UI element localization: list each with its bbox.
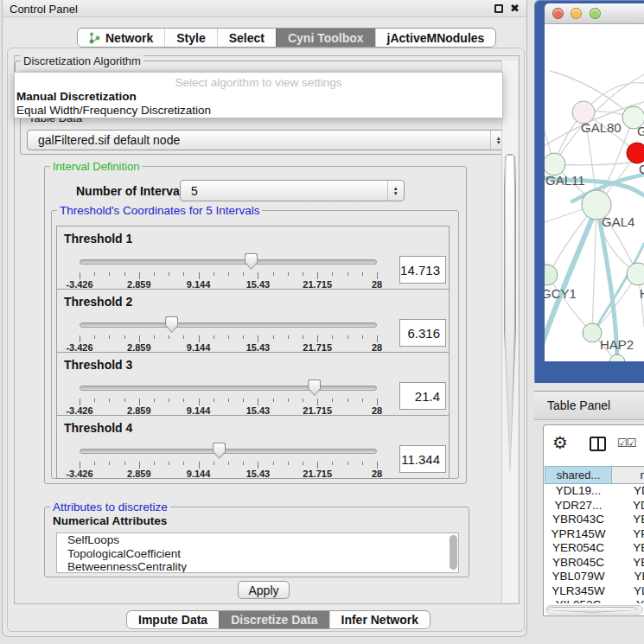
slider-tick — [183, 462, 184, 465]
attributes-group-label: Attributes to discretize — [50, 501, 170, 513]
slider-tick — [124, 272, 125, 276]
attribute-item[interactable]: BetweennessCentrality — [57, 560, 458, 573]
tab-label: Network — [105, 31, 153, 45]
graph-node-label: GCY1 — [545, 286, 577, 301]
threshold-value-input[interactable] — [399, 256, 446, 284]
table-cell[interactable]: YPR1 — [612, 527, 644, 542]
checkbox-icons[interactable]: ☑☑ — [617, 437, 635, 450]
slider-tick — [377, 335, 378, 342]
gear-icon[interactable]: ⚙ — [552, 432, 568, 453]
table-header-row: shared...n... — [545, 466, 644, 484]
table-cell[interactable]: YBR043C — [545, 513, 612, 527]
slider-tick — [228, 399, 229, 402]
table-cell[interactable]: YBR0 — [612, 556, 644, 571]
slider-tick — [362, 462, 363, 465]
table-cell[interactable]: YBL079W — [545, 570, 612, 584]
tab-select[interactable]: Select — [217, 29, 276, 47]
table-cell[interactable]: YDL1 — [612, 484, 644, 499]
table-cell[interactable]: YLR3 — [612, 584, 644, 599]
slider-tick — [124, 335, 125, 339]
slider-tick — [109, 335, 110, 339]
slider-tick-label: 28 — [372, 469, 382, 479]
slider-tick — [214, 462, 214, 465]
tab-style[interactable]: Style — [164, 29, 216, 47]
numerical-attributes-list[interactable]: SelfLoopsTopologicalCoefficientBetweenne… — [56, 532, 459, 573]
slider-thumb[interactable] — [213, 443, 226, 459]
slider-track[interactable] — [80, 449, 377, 454]
minimize-traffic-light[interactable] — [571, 8, 582, 19]
algorithm-option-manual[interactable]: Manual Discretization — [16, 90, 137, 103]
slider-tick — [109, 399, 110, 402]
attribute-item[interactable]: TopologicalCoefficient — [57, 547, 458, 561]
numerical-attributes-label: Numerical Attributes — [53, 514, 167, 527]
table-cell[interactable]: YBR0 — [612, 513, 644, 527]
table-row[interactable]: YBL079WYBL0 — [545, 570, 644, 584]
slider-thumb[interactable] — [245, 253, 258, 270]
bottom-tab-impute-data[interactable]: Impute Data — [127, 611, 219, 628]
main-vertical-scrollbar[interactable] — [501, 61, 518, 603]
slider-tick — [199, 462, 200, 469]
table-row[interactable]: YIL052CYIL0 — [545, 598, 644, 603]
zoom-traffic-light[interactable] — [590, 8, 601, 19]
tab-label: Infer Network — [341, 613, 418, 627]
slider-track[interactable] — [80, 386, 377, 391]
table-row[interactable]: YBR045CYBR0 — [545, 556, 644, 571]
graph-node-right-h[interactable] — [627, 263, 644, 285]
slider-tick-label: 9.144 — [187, 469, 211, 479]
slider-tick — [228, 272, 229, 276]
table-row[interactable]: YPR145WYPR1 — [545, 527, 644, 542]
float-window-icon[interactable] — [494, 4, 503, 13]
table-cell[interactable]: YIL052C — [545, 598, 612, 603]
threshold-value-input[interactable] — [399, 382, 446, 410]
table-row[interactable]: YLR345WYLR3 — [545, 584, 644, 599]
slider-track[interactable] — [80, 322, 377, 328]
table-row[interactable]: YDR27...YDR2 — [545, 499, 644, 513]
attribute-item[interactable]: SelfLoops — [57, 533, 458, 547]
threshold-value-input[interactable] — [399, 319, 446, 347]
network-view-window: GAL80GACGAL11GAL4GCY1HHAP2 — [534, 0, 644, 383]
table-cell[interactable]: YER0 — [612, 541, 644, 556]
table-cell[interactable]: YDR2 — [612, 499, 644, 513]
table-data-combobox[interactable]: galFiltered.sif default node — [27, 130, 507, 150]
scrollbar-thumb[interactable] — [547, 607, 637, 613]
slider-tick — [124, 399, 125, 402]
bottom-tab-infer-network[interactable]: Infer Network — [329, 611, 430, 628]
table-cell[interactable]: YER054C — [545, 541, 612, 556]
scrollbar-thumb[interactable] — [504, 154, 516, 475]
table-row[interactable]: YER054CYER0 — [545, 541, 644, 556]
table-column-header[interactable]: n... — [612, 466, 644, 484]
column-layout-icon[interactable] — [590, 437, 606, 451]
combo-arrows-icon[interactable] — [387, 181, 404, 201]
table-horizontal-scrollbar[interactable] — [545, 605, 643, 615]
top-tab-bar: NetworkStyleSelectCyni ToolboxjActiveMNo… — [77, 28, 496, 48]
table-row[interactable]: YDL19...YDL1 — [545, 484, 644, 499]
algorithm-option-equal-width[interactable]: Equal Width/Frequency Discretization — [16, 104, 211, 117]
close-icon[interactable]: ✖ — [510, 2, 520, 15]
bottom-tab-discretize-data[interactable]: Discretize Data — [219, 611, 328, 628]
graph-node-gcy1[interactable] — [545, 265, 558, 285]
tab-cyni-toolbox[interactable]: Cyni Toolbox — [276, 29, 375, 47]
table-cell[interactable]: YIL0 — [612, 598, 644, 603]
apply-button[interactable]: Apply — [238, 581, 290, 599]
slider-thumb[interactable] — [308, 379, 321, 396]
tab-jactivemnodules[interactable]: jActiveMNodules — [375, 29, 496, 47]
table-row[interactable]: YBR043CYBR0 — [545, 513, 644, 527]
table-column-header[interactable]: shared... — [545, 466, 612, 484]
table-cell[interactable]: YBR045C — [545, 556, 612, 571]
close-traffic-light[interactable] — [552, 8, 564, 19]
slider-tick — [154, 399, 155, 402]
table-cell[interactable]: YDR27... — [545, 499, 612, 513]
table-cell[interactable]: YDL19... — [545, 484, 612, 499]
table-cell[interactable]: YPR145W — [545, 527, 612, 542]
graph-node-red[interactable] — [627, 143, 644, 163]
attributes-list-scrollbar[interactable] — [450, 535, 457, 570]
slider-thumb[interactable] — [165, 316, 178, 333]
number-of-intervals-combobox[interactable]: 5 — [180, 180, 405, 201]
slider-track[interactable] — [80, 259, 377, 265]
table-cell[interactable]: YLR345W — [545, 584, 612, 599]
tab-network[interactable]: Network — [78, 29, 164, 47]
graph-node-hap2[interactable] — [583, 323, 602, 342]
threshold-value-input[interactable] — [399, 445, 446, 473]
table-cell[interactable]: YBL0 — [612, 570, 644, 584]
network-canvas[interactable]: GAL80GACGAL11GAL4GCY1HHAP2 — [545, 24, 644, 361]
